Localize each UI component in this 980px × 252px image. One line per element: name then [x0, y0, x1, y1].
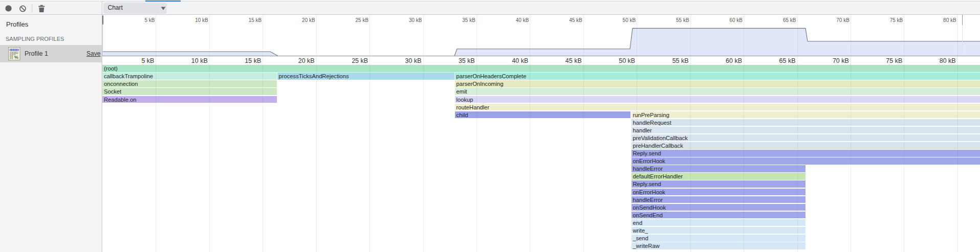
svg-text:%: %: [14, 55, 18, 60]
